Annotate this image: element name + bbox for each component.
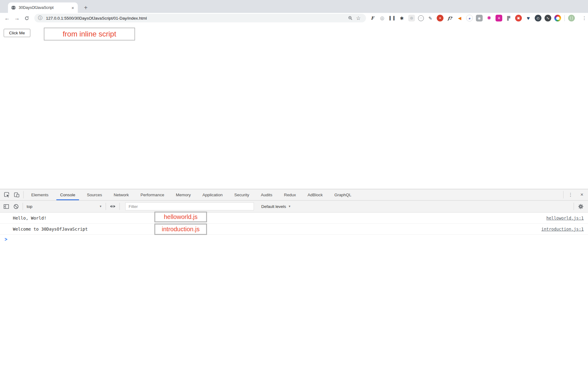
- zoom-page-icon[interactable]: [346, 16, 354, 21]
- back-button[interactable]: ←: [2, 13, 12, 23]
- orbit-icon[interactable]: ◎: [379, 15, 386, 21]
- json-viewer-icon[interactable]: ···: [418, 15, 424, 21]
- devtools-tabbar: ElementsConsoleSourcesNetworkPerformance…: [0, 189, 588, 201]
- javascript-context-select[interactable]: top ▼: [27, 204, 104, 209]
- pink-flower-icon-glyph: ✺: [487, 16, 491, 21]
- split-panels-icon[interactable]: ▌▐: [389, 15, 395, 21]
- devtools-tab-network[interactable]: Network: [108, 189, 135, 200]
- profile-braces-icon-glyph: { }: [570, 17, 573, 20]
- bug-icon[interactable]: ✱: [398, 15, 405, 21]
- new-tab-button[interactable]: +: [81, 2, 91, 13]
- ring-center: [556, 17, 560, 20]
- console-prompt-row[interactable]: >: [0, 235, 588, 244]
- toolbar-separator: [106, 203, 106, 210]
- devtools-tab-security[interactable]: Security: [228, 189, 255, 200]
- json-viewer-icon-glyph: ···: [420, 17, 423, 20]
- devtools-tab-memory[interactable]: Memory: [170, 189, 197, 200]
- gauge-icon-glyph: ◴: [537, 17, 540, 20]
- tabbar-separator: [563, 191, 564, 198]
- tabbar-right-controls: ⋮ ×: [561, 189, 588, 200]
- device-toolbar-icon[interactable]: [12, 189, 21, 200]
- console-toolbar: top ▼ Default levels ▼: [0, 201, 588, 213]
- devtools-tab-sources[interactable]: Sources: [81, 189, 108, 200]
- pink-flower-icon[interactable]: ✺: [486, 15, 492, 21]
- mathjax-icon-glyph: ƒ?: [448, 16, 452, 20]
- pocket-icon-glyph: ▣: [517, 17, 520, 20]
- blocks-icon[interactable]: ▛: [505, 15, 512, 21]
- orbit-icon-glyph: ◎: [380, 16, 384, 21]
- console-prompt-chevron-icon: >: [5, 236, 7, 243]
- devtools-tab-console[interactable]: Console: [54, 189, 81, 200]
- tab-close-icon[interactable]: ×: [71, 6, 75, 10]
- devtools-tab-audits[interactable]: Audits: [255, 189, 278, 200]
- widgets-icon-glyph: ❁: [410, 16, 413, 20]
- favicon-globe-icon: [11, 5, 16, 10]
- chevron-down-icon: ▼: [99, 205, 102, 208]
- navigator-swirl-icon-glyph: ◕: [468, 16, 471, 20]
- console-source-link[interactable]: introduction.js:1: [541, 227, 584, 232]
- context-label: top: [27, 204, 32, 209]
- browser-tab[interactable]: 30DaysOfJavaScript ×: [8, 2, 78, 13]
- heart-search-icon[interactable]: ♥: [525, 15, 532, 21]
- devtools-close-icon[interactable]: ×: [576, 192, 588, 198]
- toolbar-separator: [564, 15, 565, 21]
- click-me-button[interactable]: Click Me: [4, 29, 30, 37]
- adblock-hand-icon-glyph: ✶: [439, 17, 441, 20]
- console-output: Hello, World!helloworld.js:1helloworld.j…: [0, 213, 588, 235]
- forward-button[interactable]: →: [12, 13, 21, 23]
- console-settings-gear-icon[interactable]: [576, 201, 586, 212]
- fonts-ninja-icon-glyph: F: [371, 16, 374, 20]
- filter-input[interactable]: [125, 202, 254, 210]
- devtools-tab-performance[interactable]: Performance: [135, 189, 170, 200]
- megaphone-icon[interactable]: ◀: [456, 15, 463, 21]
- console-sidebar-icon[interactable]: [1, 201, 11, 212]
- gauge-icon[interactable]: ◴: [535, 15, 541, 21]
- browser-window: 30DaysOfJavaScript × + ← → ⓘ 127.0.0.1:5…: [0, 0, 588, 368]
- clear-console-icon[interactable]: [11, 201, 21, 212]
- pink-settings-icon-glyph: ✳: [497, 17, 500, 20]
- pocket-icon[interactable]: ▣: [515, 15, 522, 21]
- rainbow-ring-icon[interactable]: [554, 15, 561, 21]
- devtools-tab-adblock[interactable]: AdBlock: [302, 189, 329, 200]
- profile-braces-icon[interactable]: { }: [568, 15, 575, 21]
- tab-title: 30DaysOfJavaScript: [19, 6, 71, 10]
- tabbar-separator: [23, 191, 24, 198]
- site-info-icon[interactable]: ⓘ: [38, 15, 42, 21]
- devtools-tab-elements[interactable]: Elements: [25, 189, 54, 200]
- bookmark-star-icon[interactable]: ☆: [354, 15, 362, 21]
- script-annotation-box: introduction.js: [154, 224, 207, 235]
- browser-menu-icon[interactable]: ⋮: [581, 13, 588, 23]
- reload-button[interactable]: [22, 13, 31, 23]
- widgets-icon[interactable]: ❁: [408, 15, 415, 21]
- navigator-swirl-icon[interactable]: ◕: [466, 15, 473, 21]
- devtools-panel: ElementsConsoleSourcesNetworkPerformance…: [0, 189, 588, 368]
- colorzilla-eyedropper-icon[interactable]: ✎: [427, 15, 434, 21]
- url-text[interactable]: 127.0.0.1:5500/30DaysOfJavaScript/01-Day…: [46, 16, 346, 21]
- mathjax-icon[interactable]: ƒ?: [447, 15, 453, 21]
- omnibox[interactable]: ⓘ 127.0.0.1:5500/30DaysOfJavaScript/01-D…: [34, 14, 366, 22]
- console-message-row: Hello, World!helloworld.js:1: [0, 213, 588, 224]
- devtools-tab-redux[interactable]: Redux: [278, 189, 302, 200]
- wave-icon[interactable]: ∿: [545, 15, 551, 21]
- camera-icon[interactable]: ◉: [476, 15, 483, 21]
- live-expression-eye-icon[interactable]: [108, 201, 118, 212]
- devtools-tab-application[interactable]: Application: [197, 189, 228, 200]
- devtools-tabs: ElementsConsoleSourcesNetworkPerformance…: [25, 189, 357, 200]
- script-annotation-box: helloworld.js: [154, 212, 207, 222]
- toolbar-separator: [574, 203, 574, 210]
- colorzilla-eyedropper-icon-glyph: ✎: [428, 16, 432, 21]
- console-message-text: Welcome to 30DaysOfJavaScript: [13, 227, 88, 232]
- inline-script-annotation: from inline script: [44, 28, 135, 40]
- inspect-element-icon[interactable]: [2, 189, 12, 200]
- devtools-tab-graphql[interactable]: GraphQL: [329, 189, 357, 200]
- adblock-hand-icon[interactable]: ✶: [437, 15, 443, 21]
- extensions-row: F◎▌▐✱❁···✎✶ƒ?◀◕◉✺✳▛▣♥◴∿{ }: [368, 13, 576, 23]
- pink-settings-icon[interactable]: ✳: [496, 15, 502, 21]
- devtools-menu-icon[interactable]: ⋮: [565, 192, 576, 197]
- bug-icon-glyph: ✱: [400, 16, 404, 21]
- blocks-icon-glyph: ▛: [507, 16, 510, 20]
- fonts-ninja-icon[interactable]: F: [369, 15, 376, 21]
- log-levels-select[interactable]: Default levels ▼: [261, 204, 291, 209]
- tab-strip: 30DaysOfJavaScript × +: [0, 0, 588, 13]
- console-source-link[interactable]: helloworld.js:1: [546, 216, 584, 220]
